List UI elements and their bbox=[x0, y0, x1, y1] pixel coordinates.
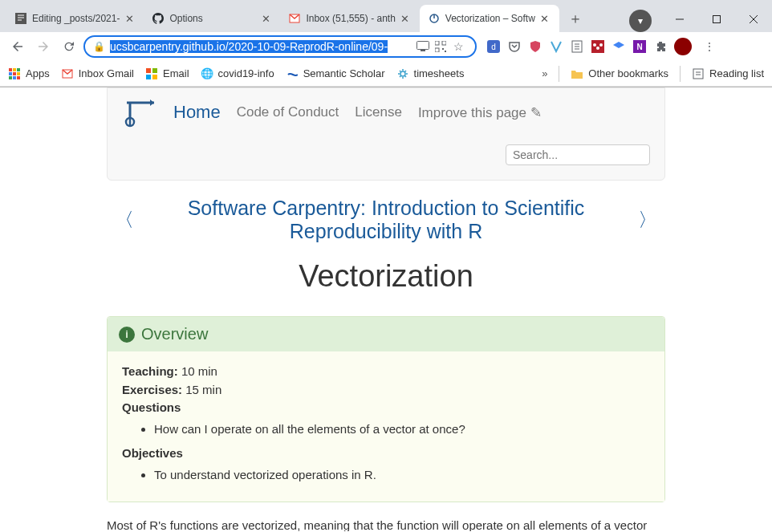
carpentry-logo-icon[interactable] bbox=[122, 96, 157, 128]
prev-episode-button[interactable]: 〈 bbox=[107, 207, 142, 233]
address-bar[interactable]: 🔒 ucsbcarpentry.github.io/2020-10-09-Rep… bbox=[83, 35, 477, 58]
teaching-label: Teaching: bbox=[122, 364, 178, 378]
close-window-button[interactable] bbox=[735, 6, 772, 32]
reading-list[interactable]: Reading list bbox=[692, 67, 764, 80]
gmail-icon bbox=[61, 67, 74, 80]
exercises-label: Exercises: bbox=[122, 383, 182, 396]
bookmark-inbox-gmail[interactable]: Inbox Gmail bbox=[61, 67, 134, 80]
question-item: How can I operate on all the elements of… bbox=[154, 420, 650, 439]
svg-rect-32 bbox=[17, 72, 20, 75]
browser-chrome: Editing _posts/2021- ✕ Options ✕ Inbox (… bbox=[0, 0, 772, 87]
titlebar: Editing _posts/2021- ✕ Options ✕ Inbox (… bbox=[0, 0, 772, 32]
svg-rect-9 bbox=[421, 50, 425, 51]
bookmark-label: timesheets bbox=[414, 67, 465, 79]
nav-improve-page[interactable]: Improve this page ✎ bbox=[418, 104, 542, 121]
onenote-icon[interactable]: N bbox=[632, 39, 647, 54]
qr-icon[interactable] bbox=[432, 41, 449, 52]
bookmark-label: Apps bbox=[26, 67, 50, 79]
star-icon[interactable]: ☆ bbox=[449, 40, 467, 53]
nav-code-of-conduct[interactable]: Code of Conduct bbox=[237, 104, 339, 120]
tab-editing-posts[interactable]: Editing _posts/2021- ✕ bbox=[6, 5, 144, 32]
overview-box: i Overview Teaching: 10 min Exercises: 1… bbox=[107, 316, 665, 502]
ext-icon-1[interactable]: d bbox=[486, 39, 501, 54]
svg-rect-27 bbox=[9, 68, 12, 71]
svg-rect-38 bbox=[152, 68, 157, 73]
power-icon bbox=[428, 12, 441, 25]
search-input[interactable] bbox=[506, 144, 650, 165]
close-icon[interactable]: ✕ bbox=[399, 12, 412, 25]
exercises-value: 15 min bbox=[185, 383, 221, 396]
svg-rect-14 bbox=[445, 51, 446, 52]
reload-button[interactable] bbox=[58, 35, 80, 58]
ext-icon-grad[interactable] bbox=[612, 39, 626, 54]
svg-rect-29 bbox=[17, 68, 20, 71]
bookmark-semantic-scholar[interactable]: Semantic Scholar bbox=[286, 67, 385, 80]
svg-point-24 bbox=[596, 47, 599, 50]
tab-inbox[interactable]: Inbox (51,555) - anth ✕ bbox=[280, 5, 419, 32]
close-icon[interactable]: ✕ bbox=[259, 12, 272, 25]
overview-body: Teaching: 10 min Exercises: 15 min Quest… bbox=[108, 351, 664, 502]
bookmarks-overflow[interactable]: » bbox=[542, 67, 547, 79]
ext-icon-shield[interactable] bbox=[528, 39, 542, 54]
globe-icon: 🌐 bbox=[201, 67, 213, 80]
bookmark-apps[interactable]: Apps bbox=[8, 67, 50, 80]
close-icon[interactable]: ✕ bbox=[538, 12, 551, 25]
svg-rect-5 bbox=[713, 16, 721, 23]
bookmark-email[interactable]: Email bbox=[145, 67, 189, 80]
ext-icon-doc[interactable] bbox=[570, 39, 584, 54]
back-button[interactable] bbox=[6, 35, 29, 58]
other-bookmarks[interactable]: Other bookmarks bbox=[571, 67, 668, 80]
nav-license[interactable]: License bbox=[355, 104, 402, 120]
tab-title: Vectorization – Softw bbox=[445, 13, 535, 24]
extensions-icon[interactable] bbox=[653, 39, 668, 54]
ext-icon-v[interactable] bbox=[549, 39, 563, 54]
window-controls bbox=[661, 6, 772, 32]
tab-options[interactable]: Options ✕ bbox=[144, 5, 280, 32]
svg-rect-35 bbox=[17, 76, 20, 79]
svg-rect-12 bbox=[435, 48, 439, 52]
svg-rect-8 bbox=[417, 42, 429, 50]
minimize-button[interactable] bbox=[661, 6, 698, 32]
gmail-icon bbox=[288, 12, 301, 25]
new-tab-button[interactable]: ＋ bbox=[564, 7, 587, 30]
send-to-device-icon[interactable] bbox=[414, 41, 432, 52]
forward-button[interactable] bbox=[32, 35, 55, 58]
media-control-button[interactable]: ▾ bbox=[629, 10, 652, 32]
page-viewport[interactable]: Home Code of Conduct License Improve thi… bbox=[0, 87, 772, 531]
pocket-icon[interactable] bbox=[507, 39, 522, 54]
tab-title: Inbox (51,555) - anth bbox=[306, 13, 395, 24]
course-title-link[interactable]: Software Carpentry: Introduction to Scie… bbox=[142, 197, 630, 243]
svg-point-23 bbox=[599, 43, 603, 47]
questions-label: Questions bbox=[122, 400, 181, 414]
svg-rect-28 bbox=[13, 68, 16, 71]
body-paragraph: Most of R's functions are vectorized, me… bbox=[107, 517, 665, 531]
tab-vectorization[interactable]: Vectorization – Softw ✕ bbox=[420, 5, 559, 32]
reading-list-label: Reading list bbox=[709, 67, 764, 79]
nav-home[interactable]: Home bbox=[173, 102, 221, 123]
tab-title: Editing _posts/2021- bbox=[32, 13, 120, 24]
other-bookmarks-label: Other bookmarks bbox=[588, 67, 668, 79]
ss-icon bbox=[286, 67, 299, 80]
maximize-button[interactable] bbox=[698, 6, 735, 32]
info-icon: i bbox=[119, 327, 135, 343]
bookmark-timesheets[interactable]: timesheets bbox=[396, 67, 465, 80]
svg-rect-33 bbox=[9, 76, 12, 79]
svg-rect-10 bbox=[435, 41, 439, 45]
svg-rect-31 bbox=[13, 72, 16, 75]
url-text: ucsbcarpentry.github.io/2020-10-09-Repro… bbox=[110, 40, 414, 53]
close-icon[interactable]: ✕ bbox=[123, 12, 136, 25]
profile-avatar[interactable] bbox=[674, 38, 692, 55]
objectives-label: Objectives bbox=[122, 446, 183, 460]
mendeley-icon[interactable] bbox=[591, 39, 605, 54]
svg-rect-34 bbox=[13, 76, 16, 79]
svg-rect-13 bbox=[442, 48, 444, 50]
svg-point-22 bbox=[593, 43, 596, 47]
episode-nav: 〈 Software Carpentry: Introduction to Sc… bbox=[107, 197, 665, 243]
menu-button[interactable]: ⋮ bbox=[698, 35, 721, 58]
next-episode-button[interactable]: 〉 bbox=[630, 207, 665, 233]
page-title: Vectorization bbox=[107, 259, 665, 294]
bookmark-label: Email bbox=[163, 67, 189, 79]
gear-icon bbox=[396, 67, 409, 80]
bookmark-label: covid19-info bbox=[218, 67, 274, 79]
bookmark-covid[interactable]: 🌐 covid19-info bbox=[201, 67, 274, 80]
